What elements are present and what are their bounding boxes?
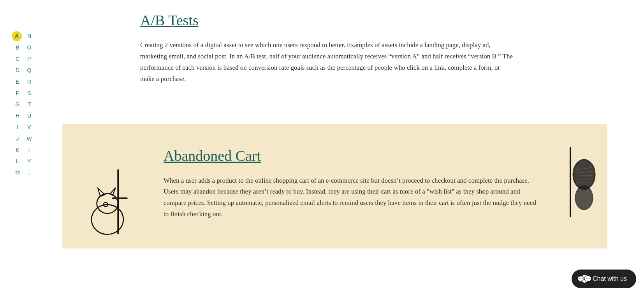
cat-doodle-left	[86, 163, 136, 241]
sidebar-letter-y[interactable]: Y	[23, 157, 35, 166]
sidebar-letter-t[interactable]: T	[23, 100, 35, 109]
sidebar-letter-d[interactable]: D	[12, 65, 23, 75]
sidebar-letter-k[interactable]: K	[12, 145, 23, 155]
sidebar-letter-f[interactable]: F	[12, 88, 23, 98]
abandoned-cart-body: When a user adds a product to the online…	[164, 175, 537, 220]
svg-point-6	[105, 204, 107, 205]
sidebar-letter-v[interactable]: V	[23, 122, 35, 132]
abandoned-cart-section: Abandoned Cart When a user adds a produc…	[62, 124, 607, 248]
sidebar-letter-e[interactable]: E	[12, 77, 23, 87]
abandoned-cart-title: Abandoned Cart	[164, 147, 537, 164]
svg-point-10	[575, 186, 593, 210]
sidebar-letter-b[interactable]: B	[12, 43, 23, 53]
sidebar-letter-u[interactable]: U	[23, 111, 35, 121]
chat-widget[interactable]: 💬 Chat with us	[572, 270, 636, 288]
sidebar-letter-q[interactable]: Q	[23, 65, 35, 75]
sidebar-letter-l[interactable]: L	[12, 157, 23, 166]
sidebar-letter-x[interactable]: X	[23, 145, 35, 155]
sidebar-letter-i[interactable]: I	[12, 122, 23, 132]
sidebar-letter-o[interactable]: O	[23, 43, 35, 53]
sidebar-letter-p[interactable]: P	[23, 54, 35, 64]
sidebar-letter-a[interactable]: A	[12, 31, 22, 41]
sidebar-letter-z[interactable]: Z	[23, 168, 35, 178]
sidebar-letter-n[interactable]: N	[23, 31, 35, 41]
main-content: A/B Tests Creating 2 versions of a digit…	[62, 0, 607, 256]
sidebar-letter-s[interactable]: S	[23, 88, 35, 98]
sidebar-letter-j[interactable]: J	[12, 134, 23, 144]
sidebar-letter-w[interactable]: W	[23, 134, 35, 144]
sidebar-letter-g[interactable]: G	[12, 100, 23, 109]
sidebar-letter-m[interactable]: M	[12, 168, 23, 178]
ab-tests-title: A/B Tests	[140, 12, 584, 29]
ab-tests-body: Creating 2 versions of a digital asset t…	[140, 40, 514, 85]
sidebar-letter-c[interactable]: C	[12, 54, 23, 64]
sidebar-letter-r[interactable]: R	[23, 77, 35, 87]
alphabet-sidebar: A N B O C P D Q E R F S G T H U I V J W …	[12, 31, 35, 178]
chat-icon: 💬	[581, 275, 589, 283]
chat-widget-label: Chat with us	[593, 275, 627, 282]
ab-tests-section: A/B Tests Creating 2 versions of a digit…	[140, 8, 584, 108]
fingerprint-doodle-right	[565, 147, 596, 217]
abandoned-cart-inner: Abandoned Cart When a user adds a produc…	[164, 147, 537, 220]
svg-marker-4	[110, 187, 116, 195]
svg-point-9	[573, 160, 595, 189]
sidebar-letter-h[interactable]: H	[12, 111, 23, 121]
